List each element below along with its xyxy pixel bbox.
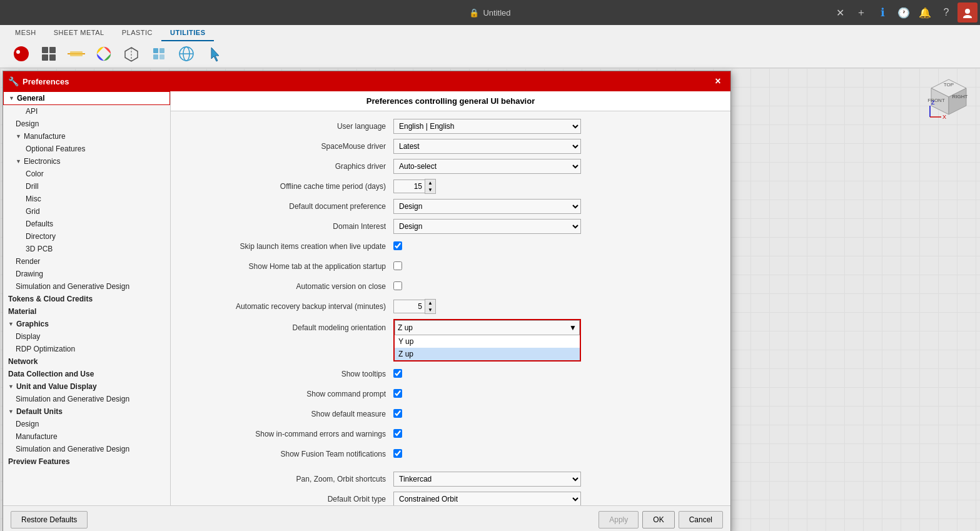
sidebar-item-graphics[interactable]: ▼ Graphics <box>3 318 170 330</box>
svg-text:Z: Z <box>931 99 935 106</box>
tab-utilities[interactable]: UTILITIES <box>161 25 214 41</box>
sidebar-item-general[interactable]: ▼ General <box>3 91 170 105</box>
show-default-measure-checkbox[interactable] <box>393 409 402 418</box>
question-icon[interactable]: ? <box>936 3 956 23</box>
sidebar-item-misc[interactable]: Misc <box>3 193 170 205</box>
orientation-option-yup[interactable]: Y up <box>395 335 580 348</box>
auto-version-checkbox[interactable] <box>393 281 402 290</box>
sidebar-item-preview[interactable]: Preview Features <box>3 455 170 468</box>
svg-rect-9 <box>70 51 83 56</box>
pref-row-user-language: User language English | English <box>181 119 720 134</box>
svg-rect-4 <box>42 47 48 53</box>
chevron-down-icon-unit: ▼ <box>8 383 14 390</box>
sidebar-item-unit-value[interactable]: ▼ Unit and Value Display <box>3 380 170 393</box>
sidebar-item-sim-gen-design[interactable]: Simulation and Generative Design <box>3 280 170 293</box>
sidebar-item-defaults[interactable]: Defaults <box>3 218 170 230</box>
show-command-control <box>393 389 606 400</box>
sidebar-item-rdp[interactable]: RDP Optimization <box>3 343 170 355</box>
spacemouse-select[interactable]: Latest <box>393 139 581 154</box>
skip-launch-checkbox[interactable] <box>393 241 402 250</box>
user-language-select[interactable]: English | English <box>393 119 581 134</box>
sidebar-item-api[interactable]: API <box>3 105 170 118</box>
chevron-down-icon-manufacture: ▼ <box>16 133 21 139</box>
svg-text:RIGHT: RIGHT <box>952 94 968 99</box>
cancel-button[interactable]: Cancel <box>679 511 723 528</box>
toolbar-icon-globe[interactable] <box>175 44 198 64</box>
auto-recovery-spin-buttons: ▲ ▼ <box>425 299 436 314</box>
user-avatar[interactable] <box>957 3 977 23</box>
orientation-option-zup[interactable]: Z up <box>395 348 580 360</box>
pan-zoom-select[interactable]: Tinkercad <box>393 472 581 487</box>
toolbar-icon-3d[interactable] <box>120 44 143 64</box>
sidebar-item-drawing[interactable]: Drawing <box>3 268 170 280</box>
restore-defaults-button[interactable]: Restore Defaults <box>11 511 88 528</box>
sidebar-item-render[interactable]: Render <box>3 255 170 268</box>
bell-icon[interactable]: 🔔 <box>915 3 935 23</box>
sidebar-item-electronics[interactable]: ▼ Electronics <box>3 155 170 168</box>
sidebar-item-manufacture-units[interactable]: Manufacture <box>3 430 170 443</box>
content-scroll: User language English | English SpaceMou… <box>171 111 730 505</box>
toolbar-icon-color[interactable] <box>93 44 115 64</box>
sidebar-item-default-units[interactable]: ▼ Default Units <box>3 405 170 418</box>
tab-plastic[interactable]: PLASTIC <box>113 25 161 41</box>
pan-zoom-control: Tinkercad <box>393 472 606 487</box>
add-icon[interactable]: ＋ <box>851 3 871 23</box>
dialog-titlebar: 🔧 Preferences × <box>3 71 730 91</box>
orientation-dropdown-list: Y up Z up <box>393 335 581 362</box>
sidebar-item-grid[interactable]: Grid <box>3 205 170 218</box>
cache-input[interactable] <box>393 180 425 193</box>
default-doc-select[interactable]: Design <box>393 199 581 214</box>
show-errors-checkbox[interactable] <box>393 429 402 438</box>
sidebar-item-display[interactable]: Display <box>3 330 170 343</box>
cache-spin-down[interactable]: ▼ <box>425 186 435 193</box>
toolbar-icon-red-circle[interactable] <box>10 44 33 64</box>
apply-button[interactable]: Apply <box>599 511 639 528</box>
sidebar-item-manufacture[interactable]: ▼ Manufacture <box>3 130 170 143</box>
toolbar-icon-cursor[interactable] <box>203 44 225 64</box>
orientation-selected[interactable]: Z up ▼ <box>395 320 580 335</box>
toolbar-icon-measure[interactable] <box>65 44 88 64</box>
cache-spin-up[interactable]: ▲ <box>425 180 435 186</box>
sidebar-item-color[interactable]: Color <box>3 168 170 180</box>
domain-label: Domain Interest <box>181 222 393 231</box>
show-command-checkbox[interactable] <box>393 389 402 398</box>
auto-recovery-spin-up[interactable]: ▲ <box>425 300 435 306</box>
sidebar-item-material[interactable]: Material <box>3 305 170 318</box>
sidebar-item-sim-gen-unit[interactable]: Simulation and Generative Design <box>3 393 170 405</box>
svg-point-3 <box>16 50 20 54</box>
show-fusion-checkbox[interactable] <box>393 449 402 458</box>
svg-text:FRONT: FRONT <box>927 98 945 103</box>
sidebar-item-optional-features[interactable]: Optional Features <box>3 143 170 155</box>
tab-mesh[interactable]: MESH <box>6 25 45 41</box>
ok-button[interactable]: OK <box>642 511 674 528</box>
auto-recovery-spin-down[interactable]: ▼ <box>425 306 435 313</box>
toolbar-icon-grid[interactable] <box>38 44 60 64</box>
graphics-driver-select[interactable]: Auto-select <box>393 159 581 174</box>
dialog-close-button[interactable]: × <box>710 74 725 89</box>
default-orbit-select[interactable]: Constrained Orbit <box>393 492 581 505</box>
sidebar-item-design[interactable]: Design <box>3 118 170 130</box>
info-icon[interactable]: ℹ <box>872 3 892 23</box>
auto-version-label: Automatic version on close <box>181 282 393 291</box>
sidebar-item-network[interactable]: Network <box>3 355 170 368</box>
sidebar-item-3dpcb[interactable]: 3D PCB <box>3 243 170 255</box>
sidebar-item-directory[interactable]: Directory <box>3 230 170 243</box>
sidebar-item-sim-gen-units[interactable]: Simulation and Generative Design <box>3 443 170 455</box>
show-home-checkbox[interactable] <box>393 261 402 270</box>
sidebar-item-design-units[interactable]: Design <box>3 418 170 430</box>
clock-icon[interactable]: 🕐 <box>894 3 914 23</box>
sidebar-item-data-collection[interactable]: Data Collection and Use <box>3 368 170 380</box>
toolbar-icon-network[interactable] <box>148 44 170 64</box>
close-window-icon[interactable]: ✕ <box>830 3 850 23</box>
orientation-dropdown[interactable]: Z up ▼ Y up Z up <box>393 319 581 336</box>
show-tooltips-checkbox[interactable] <box>393 369 402 378</box>
spacemouse-control: Latest <box>393 139 606 154</box>
sidebar-item-drill[interactable]: Drill <box>3 180 170 193</box>
domain-select[interactable]: Design <box>393 219 581 234</box>
sidebar-item-tokens[interactable]: Tokens & Cloud Credits <box>3 293 170 305</box>
3d-cube-nav[interactable]: TOP FRONT RIGHT Z X <box>924 74 974 124</box>
auto-recovery-input[interactable] <box>393 300 425 313</box>
chevron-down-icon-graphics: ▼ <box>8 321 14 327</box>
tab-sheet-metal[interactable]: SHEET METAL <box>45 25 113 41</box>
pref-row-default-orbit: Default Orbit type Constrained Orbit <box>181 492 720 505</box>
